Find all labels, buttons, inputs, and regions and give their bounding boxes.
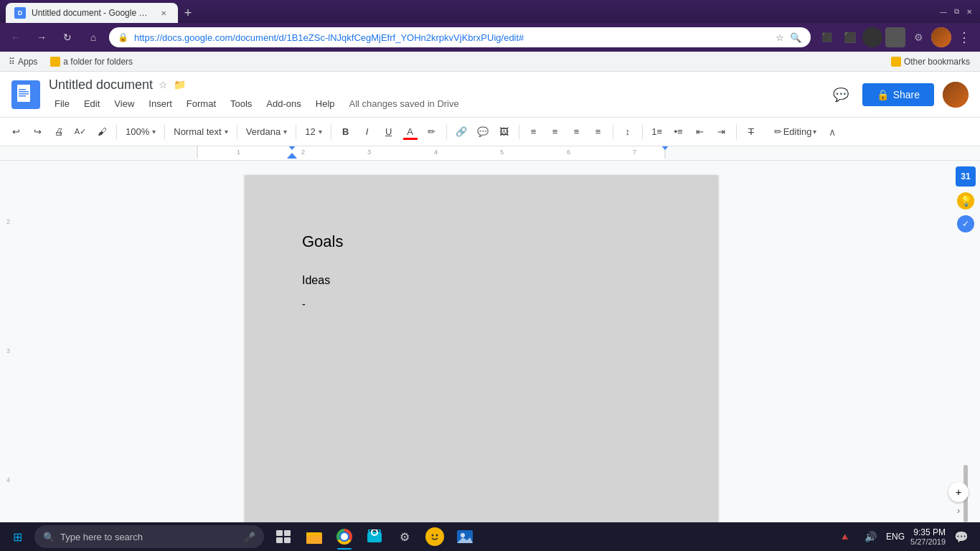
tasks-icon[interactable]: ✓ — [957, 215, 974, 232]
menu-format[interactable]: Format — [181, 95, 222, 112]
doc-cursor-line[interactable]: - — [302, 298, 661, 310]
user-avatar[interactable] — [943, 82, 969, 108]
taskbar-settings[interactable]: ⚙ — [390, 522, 419, 551]
start-button[interactable]: ⊞ — [3, 522, 32, 551]
taskbar-chrome[interactable] — [330, 522, 359, 551]
menu-file[interactable]: File — [49, 95, 75, 112]
home-button[interactable]: ⌂ — [83, 27, 103, 47]
volume-icon[interactable]: 🔊 — [860, 527, 880, 547]
taskbar-search[interactable]: 🔍 Type here to search 🎤 — [34, 525, 264, 548]
redo-button[interactable]: ↪ — [27, 122, 47, 142]
comments-button[interactable]: 💬 — [828, 82, 854, 108]
decrease-indent-button[interactable]: ⇤ — [690, 122, 710, 142]
minimize-button[interactable]: — — [938, 6, 948, 17]
highlight-button[interactable]: ✏ — [422, 122, 442, 142]
underline-button[interactable]: U — [379, 122, 399, 142]
taskbar-emoji[interactable] — [420, 522, 449, 551]
network-icon[interactable]: 🔺 — [834, 527, 854, 547]
bookmark-star-icon[interactable]: ☆ — [773, 31, 786, 44]
menu-insert[interactable]: Insert — [143, 95, 178, 112]
browser-icon1[interactable] — [862, 27, 882, 47]
font-size-dropdown[interactable]: 12 ▾ — [301, 122, 326, 142]
zoom-dropdown[interactable]: 100% ▾ — [121, 122, 160, 142]
docs-main[interactable]: Goals Ideas - — [11, 161, 951, 522]
svg-marker-8 — [287, 153, 297, 159]
document-page[interactable]: Goals Ideas - — [245, 175, 718, 522]
color-picker-icon[interactable]: ⬛ — [839, 27, 859, 47]
taskbar-photos[interactable] — [451, 522, 479, 551]
font-dropdown[interactable]: Verdana ▾ — [242, 122, 291, 142]
line-spacing-button[interactable]: ↕ — [618, 122, 638, 142]
notifications-button[interactable]: 💬 — [951, 527, 971, 547]
bold-button[interactable]: B — [336, 122, 356, 142]
back-button[interactable]: ← — [6, 27, 26, 47]
text-color-button[interactable]: A — [400, 122, 420, 142]
taskbar-taskview[interactable] — [270, 522, 298, 551]
taskbar-clock[interactable]: 9:35 PM 5/27/2019 — [910, 527, 946, 546]
share-button[interactable]: 🔒 Share — [862, 83, 934, 106]
taskbar-file-explorer[interactable] — [300, 522, 329, 551]
extensions-puzzle-icon[interactable]: ⚙ — [908, 27, 928, 47]
taskbar-store[interactable] — [360, 522, 389, 551]
toolbar-divider-2 — [164, 125, 165, 139]
clear-format-button[interactable]: T̶ — [741, 122, 761, 142]
address-bar[interactable]: 🔒 https://docs.google.com/document/d/1B1… — [109, 27, 811, 47]
italic-button[interactable]: I — [357, 122, 377, 142]
menu-help[interactable]: Help — [310, 95, 341, 112]
image-button[interactable]: 🖼 — [494, 122, 514, 142]
spell-check-button[interactable]: A✓ — [70, 122, 90, 142]
align-right-button[interactable]: ≡ — [567, 122, 587, 142]
browser-icon2[interactable] — [885, 27, 905, 47]
menu-tools[interactable]: Tools — [225, 95, 258, 112]
search-lens-icon[interactable]: 🔍 — [789, 31, 802, 44]
scroll-arrow-right[interactable]: › — [953, 505, 964, 517]
new-tab-button[interactable]: + — [178, 3, 198, 23]
microphone-icon[interactable]: 🎤 — [244, 532, 255, 542]
bookmark-folder[interactable]: a folder for folders — [46, 55, 137, 68]
link-button[interactable]: 🔗 — [451, 122, 471, 142]
comment-inline-button[interactable]: 💬 — [473, 122, 493, 142]
close-button[interactable]: ✕ — [964, 6, 974, 17]
profile-avatar[interactable] — [931, 27, 951, 47]
numbered-list-button[interactable]: 1≡ — [647, 122, 667, 142]
taskbar-search-placeholder: Type here to search — [60, 532, 143, 542]
calendar-widget[interactable]: 31 — [956, 166, 976, 187]
add-row-button[interactable]: + — [948, 482, 969, 502]
folder-move-icon[interactable]: 📁 — [174, 79, 186, 90]
doc-title[interactable]: Untitled document — [49, 77, 153, 93]
increase-indent-button[interactable]: ⇥ — [712, 122, 732, 142]
forward-button[interactable]: → — [32, 27, 52, 47]
docs-logo-svg — [17, 85, 34, 105]
align-justify-button[interactable]: ≡ — [588, 122, 608, 142]
tab-close-button[interactable]: ✕ — [158, 7, 169, 19]
menu-view[interactable]: View — [108, 95, 140, 112]
extensions-button[interactable]: ⬛ — [816, 27, 837, 47]
doc-goals-text[interactable]: Goals — [302, 232, 661, 251]
editing-mode-dropdown[interactable]: ✏ Editing ▾ — [774, 126, 817, 137]
paint-format-button[interactable]: 🖌 — [92, 122, 112, 142]
toolbar-collapse-button[interactable]: ∧ — [824, 123, 841, 141]
align-center-button[interactable]: ≡ — [545, 122, 565, 142]
print-button[interactable]: 🖨 — [49, 122, 69, 142]
paragraph-style-dropdown[interactable]: Normal text ▾ — [169, 122, 232, 142]
menu-edit[interactable]: Edit — [78, 95, 105, 112]
refresh-button[interactable]: ↻ — [57, 27, 77, 47]
other-bookmarks[interactable]: Other bookmarks — [887, 55, 974, 68]
align-left-button[interactable]: ≡ — [524, 122, 544, 142]
language-indicator[interactable]: ENG — [886, 532, 905, 542]
active-tab[interactable]: D Untitled document - Google Doc ✕ — [6, 3, 178, 23]
doc-ideas-text[interactable]: Ideas — [302, 274, 661, 287]
svg-point-29 — [436, 534, 438, 537]
star-icon[interactable]: ☆ — [159, 79, 168, 90]
menu-dots-icon[interactable]: ⋮ — [954, 27, 974, 47]
doc-content[interactable]: Goals Ideas - — [302, 232, 661, 310]
restore-button[interactable]: ⧉ — [951, 6, 961, 17]
menu-addons[interactable]: Add-ons — [260, 95, 306, 112]
toolbar-divider-4 — [296, 125, 296, 139]
undo-button[interactable]: ↩ — [6, 122, 26, 142]
toolbar-divider-5 — [331, 125, 331, 139]
ruler: 1 2 3 4 5 6 7 — [0, 146, 980, 161]
apps-button[interactable]: ⠿ Apps — [6, 55, 40, 68]
keep-icon[interactable]: 💡 — [957, 192, 974, 209]
bulleted-list-button[interactable]: •≡ — [669, 122, 689, 142]
